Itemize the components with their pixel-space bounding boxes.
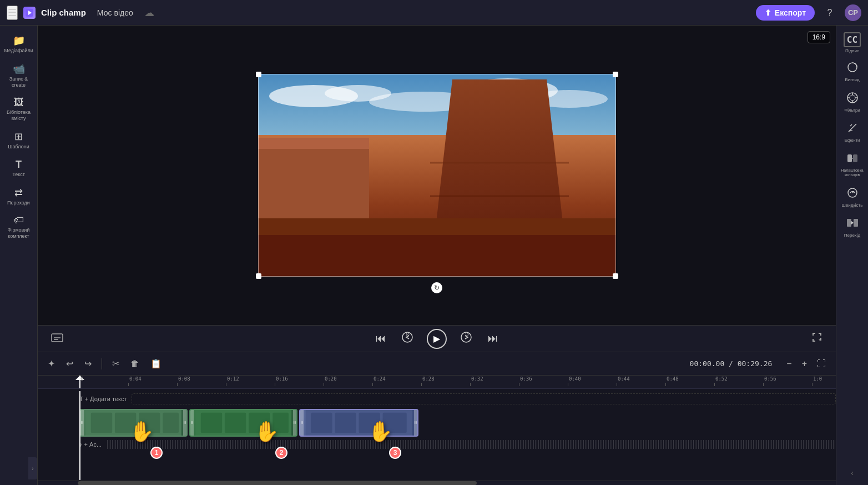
magic-edit-button[interactable]: ✦: [44, 357, 58, 371]
svg-rect-49: [853, 154, 857, 162]
sidebar-expand-button[interactable]: ›: [28, 457, 37, 479]
timeline-toolbar: ✦ ↩ ↪ ✂ 🗑 📋 00:00.00 / 00:29.26 − + ⛶: [38, 352, 836, 376]
right-sidebar-collapse[interactable]: ‹: [847, 465, 857, 481]
my-video-nav[interactable]: Моє відео: [92, 6, 139, 19]
add-text-button[interactable]: T + Додати текст: [79, 396, 127, 402]
svg-rect-54: [854, 219, 858, 227]
svg-rect-30: [201, 413, 222, 433]
svg-rect-25: [91, 413, 112, 433]
caption-icon: [51, 333, 63, 342]
sidebar-item-record[interactable]: 📹 Запис &create: [2, 59, 36, 92]
delete-button[interactable]: 🗑: [127, 357, 143, 371]
music-icon: ♪: [79, 441, 83, 448]
menu-button[interactable]: ☰: [7, 6, 18, 20]
text-icon: T: [16, 159, 22, 171]
sidebar-item-brand[interactable]: 🏷 Фірмовийкомплект: [2, 211, 36, 243]
sidebar-item-transitions[interactable]: ⇄ Переходи: [2, 183, 36, 209]
avatar-button[interactable]: CP: [845, 4, 861, 21]
fullscreen-icon: [811, 332, 822, 343]
media-icon: 📁: [13, 34, 25, 47]
corner-handle-tr[interactable]: [613, 72, 618, 77]
speed-icon: [846, 187, 859, 202]
preview-area: 16:9: [38, 26, 836, 325]
templates-icon: ⊞: [14, 131, 23, 143]
clip-2[interactable]: ⠿ ⠿: [189, 409, 297, 437]
svg-rect-53: [847, 219, 851, 227]
timeline-scrollbar[interactable]: [38, 481, 836, 485]
caption-toggle-button[interactable]: [49, 330, 65, 347]
skip-to-start-button[interactable]: ⏮: [374, 331, 388, 347]
svg-rect-9: [258, 141, 369, 224]
video-track: ⠿ ⠿ ⠿: [79, 409, 418, 438]
preview-canvas: ↻: [258, 74, 616, 277]
timeline-scroll-thumb[interactable]: [78, 481, 477, 485]
redo-button[interactable]: ↪: [81, 357, 95, 371]
help-button[interactable]: ?: [821, 4, 838, 21]
transition-label: Перехід: [844, 233, 860, 238]
video-track-row: ⠿ ⠿ ⠿: [38, 409, 836, 438]
left-sidebar: 📁 Медіафайли 📹 Запис &create 🖼 Бібліотек…: [0, 26, 38, 485]
clip-2-handle-right[interactable]: ⠿: [293, 410, 296, 436]
filters-button[interactable]: Фільтри: [837, 88, 867, 117]
add-audio-label: + Ас...: [84, 441, 102, 448]
corner-handle-br[interactable]: [613, 273, 618, 279]
svg-line-47: [850, 124, 852, 126]
add-audio-button[interactable]: ♪ + Ас...: [79, 441, 102, 448]
effects-button[interactable]: Ефекти: [837, 118, 867, 147]
media-insert-button[interactable]: 📋: [147, 357, 165, 371]
forward-icon: 10: [460, 331, 472, 343]
clip-3-thumbnail: [304, 410, 414, 436]
audio-track-row: ♪ + Ас...: [38, 440, 836, 449]
toolbar-separator-1: [102, 358, 102, 369]
sidebar-item-brand-label: Фірмовийкомплект: [8, 227, 30, 239]
timeline-content[interactable]: T + Додати текст ⠿ ⠿: [38, 389, 836, 481]
preview-video: [258, 74, 616, 277]
audio-waveform: [106, 440, 836, 449]
corner-handle-tl[interactable]: [256, 72, 261, 77]
clip-1-handle-right[interactable]: ⠿: [183, 410, 186, 436]
play-button[interactable]: ▶: [427, 329, 447, 349]
sidebar-item-templates-label: Шаблони: [8, 144, 29, 150]
transition-button[interactable]: Перехід: [837, 213, 867, 242]
export-label: Експорт: [775, 8, 806, 17]
timeline-expand-button[interactable]: ⛶: [814, 357, 829, 371]
sidebar-item-record-label: Запис &create: [9, 76, 28, 88]
sidebar-item-library[interactable]: 🖼 Бібліотекавмісту: [2, 93, 36, 125]
speed-button[interactable]: Швидкість: [837, 183, 867, 212]
svg-rect-28: [163, 413, 179, 433]
zoom-in-button[interactable]: +: [799, 357, 810, 371]
svg-point-41: [850, 95, 855, 101]
rewind-button[interactable]: 10: [399, 329, 416, 348]
clip-1[interactable]: ⠿ ⠿: [79, 409, 188, 437]
subtitles-label: Підпис: [845, 48, 859, 53]
zoom-out-button[interactable]: −: [783, 357, 795, 371]
center-area: 16:9: [38, 26, 836, 485]
color-button[interactable]: Налаштовкакольорів: [837, 149, 867, 181]
topbar-left: ☰ Clip champ Моє відео ☁: [7, 6, 750, 20]
forward-button[interactable]: 10: [458, 329, 475, 348]
export-button[interactable]: ⬆ Експорт: [756, 5, 815, 21]
text-track-area: [132, 393, 836, 404]
sidebar-item-library-label: Бібліотекавмісту: [7, 109, 31, 122]
library-icon: 🖼: [14, 97, 24, 108]
clip-3-handle-right[interactable]: ⠿: [414, 410, 417, 436]
cut-button[interactable]: ✂: [109, 357, 123, 371]
clip-3[interactable]: Вид з повітря на сухий каньйон в Юті ⠿ ⠿: [299, 409, 418, 437]
svg-text:10: 10: [465, 333, 469, 336]
rotate-handle[interactable]: ↻: [431, 282, 442, 293]
subtitles-button[interactable]: CC Підпис: [837, 30, 867, 56]
sidebar-item-text[interactable]: T Текст: [2, 156, 36, 181]
corner-handle-bl[interactable]: [256, 273, 261, 279]
fullscreen-button[interactable]: [809, 329, 825, 348]
sidebar-item-media[interactable]: 📁 Медіафайли: [2, 31, 36, 57]
preview-svg: [258, 74, 616, 277]
skip-to-end-button[interactable]: ⏭: [486, 331, 500, 347]
topbar: ☰ Clip champ Моє відео ☁ ⬆ Експорт ? CP: [0, 0, 868, 26]
undo-button[interactable]: ↩: [63, 357, 77, 371]
sidebar-item-templates[interactable]: ⊞ Шаблони: [2, 127, 36, 153]
svg-text:10: 10: [406, 333, 410, 336]
aspect-ratio-selector[interactable]: 16:9: [808, 31, 830, 43]
svg-rect-31: [225, 413, 246, 433]
brand-icon: 🏷: [14, 214, 24, 226]
appearance-button[interactable]: Вигляд: [837, 58, 867, 86]
